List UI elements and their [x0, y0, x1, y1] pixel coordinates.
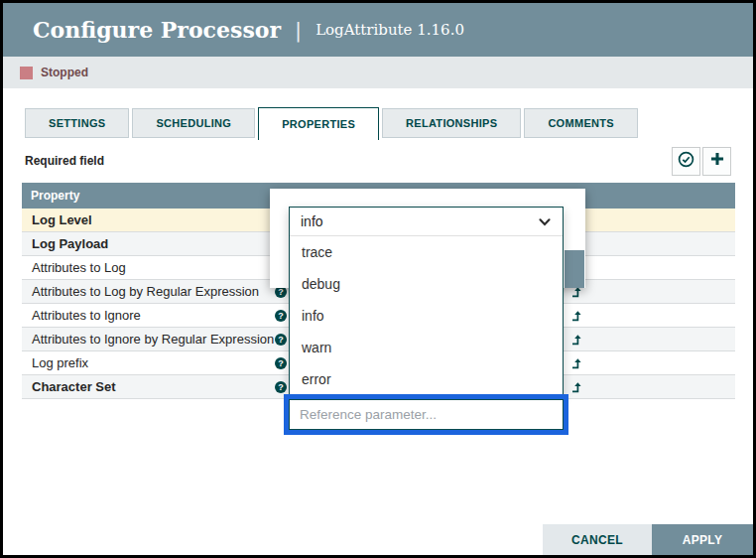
- plus-icon: [710, 152, 724, 170]
- processor-type-version: LogAttribute 1.16.0: [315, 21, 464, 39]
- tab-properties[interactable]: PROPERTIES: [258, 107, 379, 140]
- tab-scheduling[interactable]: SCHEDULING: [132, 108, 255, 138]
- apply-button[interactable]: APPLY: [652, 524, 753, 555]
- property-name: Attributes to Ignore: [22, 308, 141, 323]
- tab-settings[interactable]: SETTINGS: [25, 108, 129, 138]
- title-separator: |: [295, 18, 302, 42]
- dropdown-option[interactable]: debug: [290, 268, 563, 300]
- help-icon[interactable]: ?: [275, 310, 287, 322]
- add-property-button[interactable]: [702, 147, 731, 176]
- log-level-select[interactable]: info: [290, 208, 563, 236]
- dropdown-option[interactable]: warn: [290, 332, 563, 363]
- property-name: Attributes to Log by Regular Expression: [22, 284, 259, 299]
- tabs: SETTINGSSCHEDULINGPROPERTIESRELATIONSHIP…: [25, 105, 753, 138]
- dropdown-scrollbar-thumb[interactable]: [565, 250, 584, 288]
- dropdown-option[interactable]: error: [290, 363, 563, 395]
- configure-processor-dialog: Configure Processor | LogAttribute 1.16.…: [0, 0, 756, 558]
- selected-value: info: [301, 213, 323, 229]
- property-name: Attributes to Log: [22, 260, 126, 275]
- property-name: Character Set: [22, 379, 116, 394]
- dropdown-options: tracedebuginfowarnerror: [290, 236, 563, 395]
- required-field-label: Required field: [25, 154, 104, 168]
- dropdown-option[interactable]: info: [290, 300, 563, 332]
- status-bar: Stopped: [3, 57, 753, 88]
- reference-parameter-focus-ring: [284, 394, 568, 435]
- stopped-status-icon: [20, 67, 33, 79]
- goto-parameter-icon[interactable]: [570, 334, 582, 346]
- goto-parameter-icon[interactable]: [570, 381, 582, 393]
- property-name: Log Payload: [22, 236, 108, 251]
- tab-comments[interactable]: COMMENTS: [524, 108, 638, 138]
- property-name: Log prefix: [22, 355, 88, 370]
- reference-parameter-input[interactable]: [289, 399, 564, 430]
- dialog-footer: CANCEL APPLY: [543, 524, 753, 555]
- help-icon[interactable]: ?: [275, 334, 287, 346]
- property-name: Log Level: [22, 212, 92, 227]
- chevron-down-icon: [539, 213, 551, 229]
- dialog-header: Configure Processor | LogAttribute 1.16.…: [3, 3, 753, 57]
- dropdown-option[interactable]: trace: [290, 236, 563, 268]
- property-name: Attributes to Ignore by Regular Expressi…: [22, 332, 274, 347]
- tab-relationships[interactable]: RELATIONSHIPS: [382, 108, 521, 138]
- verify-properties-button[interactable]: [672, 147, 700, 176]
- status-label: Stopped: [41, 66, 88, 79]
- help-icon[interactable]: ?: [275, 357, 287, 369]
- circle-check-icon: [678, 151, 694, 172]
- table-actions: [672, 147, 731, 176]
- goto-parameter-icon[interactable]: [570, 357, 582, 369]
- required-field-row: Required field: [25, 146, 731, 176]
- dialog-title: Configure Processor: [33, 17, 281, 43]
- goto-parameter-icon[interactable]: [570, 310, 582, 322]
- cancel-button[interactable]: CANCEL: [543, 524, 652, 555]
- help-icon[interactable]: ?: [275, 381, 287, 393]
- log-level-combo: info tracedebuginfowarnerror: [289, 207, 564, 396]
